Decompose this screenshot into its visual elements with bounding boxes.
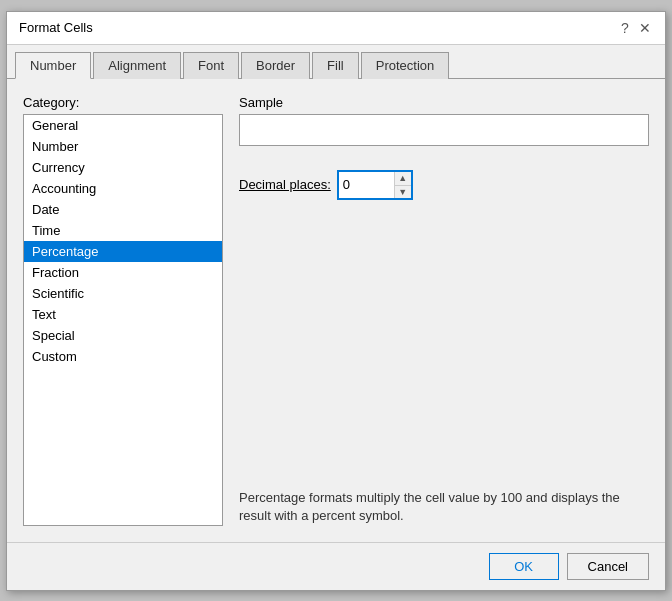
dialog-body: Category: General Number Currency Accoun… — [7, 79, 665, 542]
ok-button[interactable]: OK — [489, 553, 559, 580]
category-panel: Category: General Number Currency Accoun… — [23, 95, 223, 526]
tab-border[interactable]: Border — [241, 52, 310, 79]
category-item-time[interactable]: Time — [24, 220, 222, 241]
sample-section: Sample — [239, 95, 649, 146]
close-button[interactable]: ✕ — [637, 20, 653, 36]
main-content: Category: General Number Currency Accoun… — [23, 95, 649, 526]
description-text: Percentage formats multiply the cell val… — [239, 490, 620, 523]
dialog-title: Format Cells — [19, 20, 93, 35]
category-item-date[interactable]: Date — [24, 199, 222, 220]
spin-down-button[interactable]: ▼ — [395, 185, 411, 198]
tab-alignment[interactable]: Alignment — [93, 52, 181, 79]
tabs-bar: Number Alignment Font Border Fill Protec… — [7, 45, 665, 79]
category-item-number[interactable]: Number — [24, 136, 222, 157]
decimal-places-label: Decimal places: — [239, 177, 331, 192]
category-item-general[interactable]: General — [24, 115, 222, 136]
sample-box — [239, 114, 649, 146]
category-item-custom[interactable]: Custom — [24, 346, 222, 367]
category-item-accounting[interactable]: Accounting — [24, 178, 222, 199]
tab-font[interactable]: Font — [183, 52, 239, 79]
decimal-places-input[interactable] — [339, 172, 394, 198]
cancel-button[interactable]: Cancel — [567, 553, 649, 580]
category-list[interactable]: General Number Currency Accounting Date … — [23, 114, 223, 526]
tab-protection[interactable]: Protection — [361, 52, 450, 79]
format-cells-dialog: Format Cells ? ✕ Number Alignment Font B… — [6, 11, 666, 591]
right-panel: Sample Decimal places: ▲ ▼ — [239, 95, 649, 526]
category-item-percentage[interactable]: Percentage — [24, 241, 222, 262]
category-label: Category: — [23, 95, 223, 110]
spin-up-button[interactable]: ▲ — [395, 172, 411, 185]
title-bar-controls: ? ✕ — [617, 20, 653, 36]
tab-number[interactable]: Number — [15, 52, 91, 79]
spin-buttons: ▲ ▼ — [394, 172, 411, 198]
tab-fill[interactable]: Fill — [312, 52, 359, 79]
title-bar: Format Cells ? ✕ — [7, 12, 665, 45]
decimal-row: Decimal places: ▲ ▼ — [239, 170, 649, 200]
sample-label: Sample — [239, 95, 649, 110]
dialog-footer: OK Cancel — [7, 542, 665, 590]
category-item-fraction[interactable]: Fraction — [24, 262, 222, 283]
description-section: Percentage formats multiply the cell val… — [239, 477, 649, 525]
category-item-scientific[interactable]: Scientific — [24, 283, 222, 304]
category-item-currency[interactable]: Currency — [24, 157, 222, 178]
category-item-special[interactable]: Special — [24, 325, 222, 346]
decimal-input-wrapper: ▲ ▼ — [337, 170, 413, 200]
help-button[interactable]: ? — [617, 20, 633, 36]
category-item-text[interactable]: Text — [24, 304, 222, 325]
